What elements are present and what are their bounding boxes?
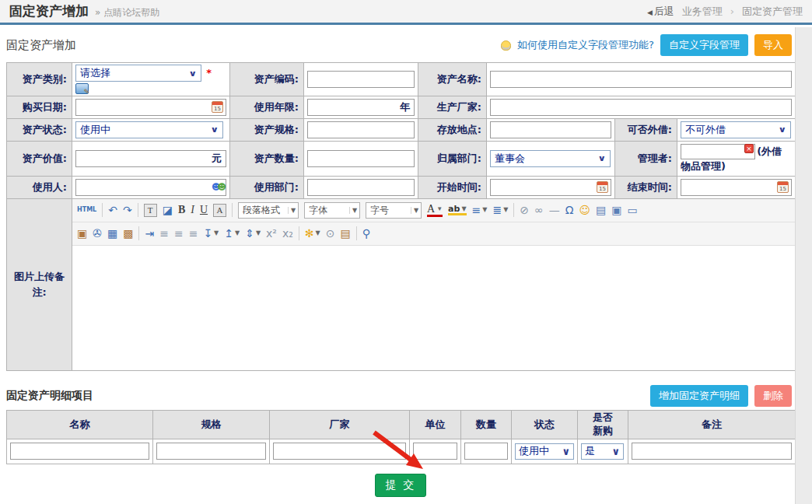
asset-value-input[interactable]: [79, 152, 210, 166]
user-field: ☻☻: [75, 179, 226, 196]
department-select[interactable]: 董事会∨: [490, 150, 611, 167]
unordered-list-icon[interactable]: ≡▼: [472, 205, 488, 215]
underline-icon[interactable]: U: [200, 205, 208, 215]
media-icon[interactable]: ▤: [596, 205, 606, 215]
asset-spec-input[interactable]: [307, 121, 415, 138]
unlink-icon[interactable]: ⊘: [520, 205, 529, 215]
font-size-select[interactable]: 字号▼: [366, 202, 422, 219]
user-input[interactable]: [79, 180, 212, 194]
chevron-down-icon: ∨: [597, 154, 606, 163]
align-center-icon[interactable]: ≡: [174, 228, 184, 239]
lendable-label: 可否外借:: [615, 118, 677, 141]
insert-image-icon[interactable]: ▣: [77, 228, 87, 239]
format-wand-icon[interactable]: ✻▼: [305, 228, 320, 239]
subscript-icon[interactable]: x₂: [282, 228, 293, 239]
service-years-input[interactable]: [310, 100, 398, 114]
horizontal-rule-icon[interactable]: —: [549, 205, 560, 215]
superscript-icon[interactable]: x²: [266, 228, 277, 239]
page-right-margin: [795, 27, 812, 504]
category-edit-icon[interactable]: [75, 83, 89, 94]
screenshot-icon[interactable]: ▩: [123, 228, 133, 239]
detail-status-select[interactable]: 使用中∨: [515, 443, 574, 460]
rich-text-editor: HTML↶↷T◪BIUA段落格式▼字体▼字号▼A▼ab▼≡▼≣▼⊘∞—Ω☺▤▣▭…: [72, 199, 795, 370]
insert-table-icon[interactable]: ▦: [107, 228, 117, 239]
font-color-icon[interactable]: A▼: [427, 204, 443, 217]
col-unit: 单位: [410, 410, 461, 439]
back-button[interactable]: ◀后退: [647, 5, 674, 19]
delete-detail-button[interactable]: 删除: [754, 385, 792, 407]
chevron-right-icon: »: [95, 7, 100, 18]
clear-selection-icon[interactable]: ×: [744, 144, 754, 153]
align-left-icon[interactable]: ≡: [159, 228, 169, 239]
image-edit-icon[interactable]: ▣: [611, 205, 621, 215]
asset-category-select[interactable]: 请选择∨: [75, 65, 201, 82]
paragraph-format-select[interactable]: 段落格式▼: [238, 202, 299, 219]
calendar-icon[interactable]: 15: [777, 181, 789, 193]
lendable-select[interactable]: 不可外借∨: [681, 121, 791, 138]
undo-icon[interactable]: ↶: [108, 205, 117, 215]
align-right-icon[interactable]: ≡: [189, 228, 198, 239]
detail-remark-input[interactable]: [632, 443, 792, 460]
chevron-down-icon: ∨: [188, 68, 197, 78]
attachment-icon[interactable]: ✇: [93, 228, 102, 239]
paste-as-text-icon[interactable]: T: [144, 204, 157, 217]
asset-name-input[interactable]: [490, 71, 792, 88]
bold-icon[interactable]: B: [178, 205, 185, 215]
calendar-icon[interactable]: 15: [212, 101, 223, 113]
line-spacing-icon[interactable]: ⇕▼: [245, 228, 261, 239]
end-time-input[interactable]: [684, 180, 777, 194]
editor-content-area[interactable]: [72, 246, 795, 370]
user-department-input[interactable]: [307, 179, 415, 196]
required-mark: *: [206, 67, 212, 79]
redo-icon[interactable]: ↷: [123, 205, 132, 215]
breadcrumb-item-asset[interactable]: 固定资产管理: [742, 5, 803, 19]
link-icon[interactable]: ∞: [534, 205, 544, 215]
indent-icon[interactable]: ⇥: [145, 228, 154, 239]
find-icon[interactable]: ⊙: [326, 228, 335, 239]
add-detail-button[interactable]: 增加固定资产明细: [650, 385, 748, 407]
font-family-select[interactable]: 字体▼: [304, 202, 360, 219]
manager-field: × (外借物品管理): [681, 144, 792, 173]
emoticon-icon[interactable]: ☺: [579, 205, 590, 215]
italic-icon[interactable]: I: [191, 205, 194, 215]
detail-quantity-input[interactable]: [464, 443, 508, 460]
custom-field-help-link[interactable]: 如何使用自定义字段管理功能?: [517, 38, 654, 52]
calendar-icon[interactable]: 15: [597, 181, 608, 193]
chevron-down-icon: ∨: [611, 446, 620, 457]
vertical-align-middle-icon[interactable]: ↥▼: [224, 228, 240, 239]
toolbar-separator: [232, 203, 233, 217]
breadcrumb-item-business[interactable]: 业务管理: [682, 5, 723, 19]
asset-status-select[interactable]: 使用中∨: [75, 121, 223, 138]
asset-quantity-input[interactable]: [307, 150, 415, 167]
special-char-icon[interactable]: Ω: [565, 205, 574, 215]
start-time-input[interactable]: [493, 180, 597, 194]
custom-field-manage-button[interactable]: 自定义字段管理: [660, 34, 748, 56]
manufacturer-input[interactable]: [490, 99, 792, 116]
ordered-list-icon[interactable]: ≣▼: [492, 205, 508, 215]
detail-manufacturer-input[interactable]: [273, 443, 406, 460]
purchase-date-input[interactable]: [79, 100, 212, 114]
select-people-icon[interactable]: ☻☻: [212, 182, 223, 192]
detail-name-input[interactable]: [10, 443, 149, 460]
storage-location-input[interactable]: [490, 121, 611, 138]
breadcrumb: ◀后退 业务管理 › 固定资产管理: [647, 5, 803, 19]
detail-unit-input[interactable]: [413, 443, 457, 460]
highlight-color-icon[interactable]: ab▼: [448, 205, 466, 215]
toolbar-separator: [138, 203, 138, 217]
vertical-align-top-icon[interactable]: ↧▼: [203, 228, 219, 239]
dropdown-arrow-icon: ▼: [349, 207, 357, 214]
remove-format-icon[interactable]: A: [213, 204, 226, 217]
detail-spec-input[interactable]: [156, 443, 266, 460]
paste-icon[interactable]: ▤: [340, 228, 350, 239]
asset-code-input[interactable]: [307, 71, 415, 88]
editor-toolbar-row2: ▣✇▦▩⇥≡≡≡↧▼↥▼⇕▼x²x₂✻▼⊙▤⚲: [72, 222, 795, 246]
import-button[interactable]: 导入: [754, 34, 792, 56]
toolbar-separator: [102, 203, 103, 217]
forum-help-link[interactable]: » 点睛论坛帮助: [95, 6, 159, 19]
eraser-icon[interactable]: ◪: [163, 205, 173, 215]
detail-new-purchase-select[interactable]: 是∨: [581, 443, 624, 460]
fullscreen-icon[interactable]: ▭: [628, 205, 638, 215]
html-source-icon[interactable]: HTML: [77, 207, 96, 213]
preview-icon[interactable]: ⚲: [362, 228, 370, 239]
submit-button[interactable]: 提 交: [375, 474, 426, 497]
